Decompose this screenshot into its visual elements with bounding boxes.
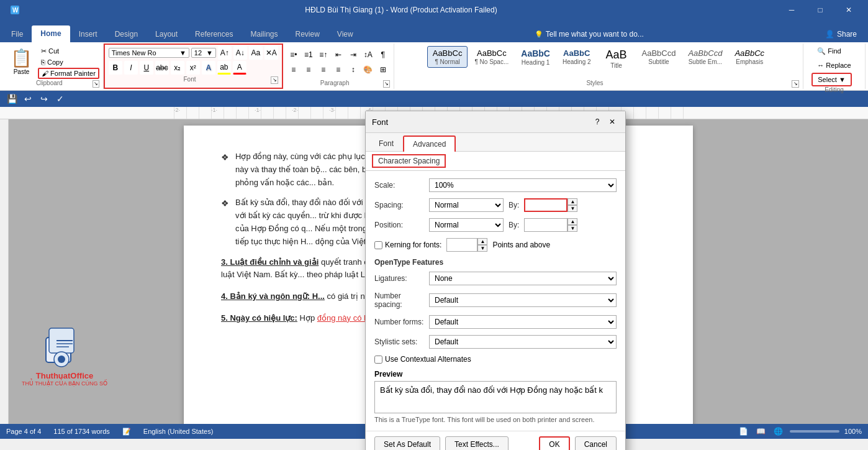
style-subtitle[interactable]: AaBbCcd Subtitle bbox=[636, 46, 682, 68]
text-effects-btn[interactable]: A bbox=[202, 61, 215, 75]
tab-design[interactable]: Design bbox=[106, 26, 147, 42]
minimize-button[interactable]: ─ bbox=[777, 0, 806, 20]
increase-indent[interactable]: ⇥ bbox=[346, 48, 360, 62]
align-left[interactable]: ≡ bbox=[287, 63, 301, 76]
para-expand[interactable]: ↘ bbox=[383, 80, 390, 88]
styles-expand[interactable]: ↘ bbox=[792, 80, 799, 88]
position-up-btn[interactable]: ▲ bbox=[567, 218, 577, 225]
contextual-checkbox[interactable] bbox=[374, 356, 382, 364]
copy-button[interactable]: ⎘ Copy bbox=[38, 57, 99, 67]
subscript-button[interactable]: x₂ bbox=[171, 61, 184, 75]
align-center[interactable]: ≡ bbox=[302, 63, 315, 76]
shading-button[interactable]: 🎨 bbox=[361, 63, 375, 76]
set-default-button[interactable]: Set As Default bbox=[374, 436, 440, 450]
scale-select[interactable]: 100% bbox=[429, 178, 617, 192]
ligatures-select[interactable]: None Standard Only All bbox=[429, 272, 617, 285]
replace-button[interactable]: ↔ Replace bbox=[811, 59, 856, 71]
clipboard-expand[interactable]: ↘ bbox=[93, 80, 99, 88]
change-case-button[interactable]: Aa bbox=[249, 46, 263, 60]
multilevel-button[interactable]: ≡↑ bbox=[317, 48, 330, 62]
style-heading2[interactable]: AaBbC Heading 2 bbox=[557, 46, 597, 68]
shrink-font-button[interactable]: A↓ bbox=[233, 46, 247, 60]
grow-font-button[interactable]: A↑ bbox=[218, 46, 232, 60]
font-group-expand[interactable]: ↘ bbox=[271, 76, 278, 84]
font-color-button[interactable]: A bbox=[233, 61, 246, 75]
sort-button[interactable]: ↕A bbox=[361, 48, 375, 62]
read-mode-btn[interactable]: 📖 bbox=[755, 425, 767, 438]
undo-button[interactable]: ↩ bbox=[21, 92, 35, 106]
spacing-select[interactable]: Normal Expanded Condensed bbox=[429, 198, 504, 212]
tab-home[interactable]: Home bbox=[32, 25, 70, 42]
kerning-checkbox-label[interactable]: Kerning for fonts: bbox=[374, 241, 441, 249]
superscript-button[interactable]: x² bbox=[186, 61, 200, 75]
cut-button[interactable]: ✂ Cut bbox=[38, 46, 99, 57]
stylistic-select[interactable]: Default bbox=[429, 335, 617, 349]
check-button[interactable]: ✓ bbox=[53, 92, 67, 106]
bold-button[interactable]: B bbox=[109, 61, 122, 75]
cancel-button[interactable]: Cancel bbox=[575, 436, 617, 450]
kerning-input[interactable] bbox=[446, 238, 477, 252]
position-down-btn[interactable]: ▼ bbox=[567, 225, 577, 232]
style-title[interactable]: AaB Title bbox=[598, 46, 635, 71]
zoom-slider[interactable] bbox=[790, 430, 839, 433]
number-forms-select[interactable]: Default Lining Old-style bbox=[429, 315, 617, 329]
strikethrough-button[interactable]: abc bbox=[155, 61, 169, 75]
kerning-checkbox[interactable] bbox=[374, 241, 382, 249]
position-by-input[interactable] bbox=[524, 218, 567, 232]
contextual-checkbox-label[interactable]: Use Contextual Alternates bbox=[374, 355, 471, 364]
save-button[interactable]: 💾 bbox=[5, 92, 19, 106]
underline-button[interactable]: U bbox=[140, 61, 153, 75]
style-no-spacing[interactable]: AaBbCc ¶ No Spac... bbox=[469, 46, 514, 68]
style-emphasis[interactable]: AaBbCc Emphasis bbox=[729, 46, 770, 68]
font-dialog[interactable]: Font ? ✕ Font Advanced Character Spacing… bbox=[365, 111, 626, 450]
maximize-button[interactable]: □ bbox=[806, 0, 834, 20]
tab-view[interactable]: View bbox=[328, 26, 362, 42]
style-subtle-em[interactable]: AaBbCcd Subtle Em... bbox=[682, 46, 728, 68]
tab-layout[interactable]: Layout bbox=[147, 26, 186, 42]
highlight-color-button[interactable]: ab bbox=[217, 61, 231, 75]
justify[interactable]: ≡ bbox=[332, 63, 345, 76]
kerning-down-btn[interactable]: ▼ bbox=[477, 245, 487, 252]
clear-format-button[interactable]: ✕A bbox=[264, 46, 278, 60]
paragraph-buttons: ≡• ≡1 ≡↑ ⇤ ⇥ ↕A ¶ ≡ ≡ ≡ ≡ ↕ 🎨 ⊞ bbox=[287, 48, 390, 76]
tab-review[interactable]: Review bbox=[286, 26, 328, 42]
borders-button[interactable]: ⊞ bbox=[376, 63, 390, 76]
print-layout-btn[interactable]: 📄 bbox=[738, 425, 750, 438]
text-effects-button[interactable]: Text Effects... bbox=[445, 436, 509, 450]
tab-insert[interactable]: Insert bbox=[70, 26, 106, 42]
style-heading1[interactable]: AaBbC Heading 1 bbox=[515, 46, 556, 68]
dialog-help-button[interactable]: ? bbox=[590, 115, 604, 129]
advanced-tab[interactable]: Advanced bbox=[403, 135, 456, 152]
numbering-button[interactable]: ≡1 bbox=[302, 48, 315, 62]
position-select[interactable]: Normal Raised Lowered bbox=[429, 218, 504, 232]
italic-button[interactable]: I bbox=[124, 61, 138, 75]
style-normal[interactable]: AaBbCc ¶ Normal bbox=[427, 46, 468, 68]
find-button[interactable]: 🔍 Find bbox=[811, 45, 846, 58]
tell-me-box[interactable]: 💡 Tell me what you want to do... bbox=[526, 26, 653, 42]
close-button[interactable]: ✕ bbox=[834, 0, 863, 20]
font-tab[interactable]: Font bbox=[369, 135, 403, 151]
align-right[interactable]: ≡ bbox=[317, 63, 330, 76]
tab-file[interactable]: File bbox=[2, 26, 32, 42]
paste-button[interactable]: 📋 Paste bbox=[6, 48, 37, 77]
dialog-close-button[interactable]: ✕ bbox=[605, 115, 619, 129]
number-spacing-select[interactable]: Default Proportional Tabular bbox=[429, 293, 617, 307]
select-button[interactable]: Select ▼ bbox=[811, 73, 852, 86]
spacing-by-input[interactable] bbox=[524, 198, 567, 212]
format-painter-button[interactable]: 🖌 Format Painter bbox=[38, 68, 99, 79]
font-size-selector[interactable]: 12 ▼ bbox=[191, 48, 216, 58]
line-spacing[interactable]: ↕ bbox=[346, 63, 360, 76]
bullets-button[interactable]: ≡• bbox=[287, 48, 301, 62]
kerning-up-btn[interactable]: ▲ bbox=[477, 238, 487, 245]
tab-references[interactable]: References bbox=[186, 26, 242, 42]
decrease-indent[interactable]: ⇤ bbox=[332, 48, 345, 62]
tab-mailings[interactable]: Mailings bbox=[242, 26, 286, 42]
font-name-selector[interactable]: Times New Ro ▼ bbox=[109, 48, 189, 58]
share-button[interactable]: 👤 Share bbox=[816, 26, 866, 42]
show-marks-button[interactable]: ¶ bbox=[376, 48, 390, 62]
spacing-up-btn[interactable]: ▲ bbox=[567, 198, 577, 205]
web-layout-btn[interactable]: 🌐 bbox=[772, 425, 785, 438]
redo-button[interactable]: ↪ bbox=[37, 92, 51, 106]
spacing-down-btn[interactable]: ▼ bbox=[567, 205, 577, 212]
ok-button[interactable]: OK bbox=[539, 436, 569, 450]
